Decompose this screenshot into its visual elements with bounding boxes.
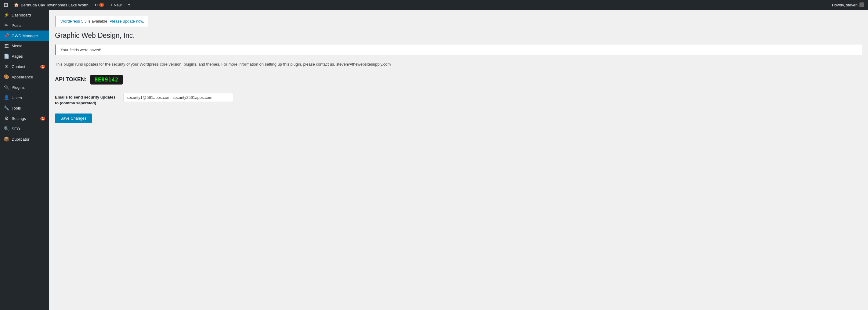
contact-badge: 1: [40, 65, 45, 69]
wp-logo-icon[interactable]: ⊞: [4, 2, 8, 8]
appearance-icon: 🎨: [4, 74, 9, 80]
sidebar-item-appearance[interactable]: 🎨 Appearance: [0, 72, 49, 82]
pages-icon: 📄: [4, 53, 9, 59]
sidebar-label-plugins: Plugins: [11, 85, 45, 90]
sidebar-item-contact[interactable]: ✉ Contact 1: [0, 61, 49, 72]
sidebar-item-posts[interactable]: ✏ Posts: [0, 20, 49, 31]
sidebar-item-plugins[interactable]: 🔌 Plugins: [0, 82, 49, 92]
api-token-label: API TOKEN:: [55, 76, 87, 83]
sidebar-item-settings[interactable]: ⚙ Settings 1: [0, 113, 49, 124]
is-available-text: is available!: [87, 19, 110, 24]
sidebar-label-tools: Tools: [11, 106, 45, 111]
email-label: Emails to send security updates to (comm…: [55, 93, 116, 106]
sidebar-item-media[interactable]: 🖼 Media: [0, 41, 49, 51]
sidebar-item-dashboard[interactable]: ⚡ Dashboard: [0, 10, 49, 20]
page-title: Graphic Web Design, Inc.: [55, 31, 862, 40]
api-token-row: API TOKEN: BER9142: [55, 75, 862, 85]
please-update-link[interactable]: Please update now: [110, 19, 143, 24]
tools-icon: 🔧: [4, 105, 9, 111]
sidebar-label-settings: Settings: [11, 116, 38, 121]
users-icon: 👤: [4, 95, 9, 100]
email-input[interactable]: [123, 93, 233, 102]
adminbar-user: Howdy, steven: [832, 2, 864, 7]
plugin-description: This plugin runs updates for the securit…: [55, 61, 862, 67]
email-form-row: Emails to send security updates to (comm…: [55, 93, 862, 106]
site-name: Bermuda Cay Townhomes Lake Worth: [21, 3, 89, 7]
sidebar-label-posts: Posts: [11, 23, 45, 28]
sidebar-label-seo: SEO: [11, 127, 45, 131]
sidebar-item-seo[interactable]: 🔍 SEO: [0, 124, 49, 134]
update-notice: WordPress 5.3 is available! Please updat…: [55, 16, 148, 27]
settings-form: Emails to send security updates to (comm…: [55, 93, 862, 106]
sidebar-label-media: Media: [11, 43, 45, 48]
wp-wrapper: ⚡ Dashboard ✏ Posts 📌 GWD Manager 🖼 Medi…: [0, 10, 868, 310]
adminbar-new-link[interactable]: + New: [107, 0, 125, 10]
settings-icon: ⚙: [4, 116, 9, 121]
adminbar-updates-link[interactable]: ↻ 1: [92, 0, 107, 10]
sidebar: ⚡ Dashboard ✏ Posts 📌 GWD Manager 🖼 Medi…: [0, 10, 49, 310]
user-avatar[interactable]: [860, 2, 864, 7]
updates-icon: ↻: [95, 3, 98, 7]
new-label: + New: [110, 3, 121, 7]
sidebar-label-appearance: Appearance: [11, 75, 45, 79]
save-changes-button[interactable]: Save Changes: [55, 114, 92, 123]
sidebar-item-tools[interactable]: 🔧 Tools: [0, 103, 49, 113]
period: .: [143, 19, 144, 24]
sidebar-item-users[interactable]: 👤 Users: [0, 92, 49, 103]
howdy-text: Howdy, steven: [832, 3, 858, 7]
sidebar-item-gwd-manager[interactable]: 📌 GWD Manager: [0, 31, 49, 41]
duplicator-icon: 📦: [4, 136, 9, 142]
posts-icon: ✏: [4, 23, 9, 28]
sidebar-item-pages[interactable]: 📄 Pages: [0, 51, 49, 61]
success-message: Your fields were saved!: [60, 48, 101, 52]
sidebar-label-contact: Contact: [11, 64, 38, 69]
gwd-manager-icon: 📌: [4, 33, 9, 38]
settings-badge: 1: [40, 117, 45, 121]
media-icon: 🖼: [4, 43, 9, 49]
sidebar-label-duplicator: Duplicator: [11, 137, 45, 142]
sidebar-label-dashboard: Dashboard: [11, 13, 45, 18]
dashboard-icon: ⚡: [4, 12, 9, 18]
api-token-value: BER9142: [90, 75, 123, 85]
admin-bar: ⊞ 🏠 Bermuda Cay Townhomes Lake Worth ↻ 1…: [0, 0, 868, 10]
sidebar-item-duplicator[interactable]: 📦 Duplicator: [0, 134, 49, 144]
adminbar-yoast-link[interactable]: Y: [125, 0, 133, 10]
home-icon: 🏠: [14, 2, 19, 7]
sidebar-label-pages: Pages: [11, 54, 45, 59]
adminbar-site-link[interactable]: 🏠 Bermuda Cay Townhomes Lake Worth: [11, 0, 92, 10]
updates-count: 1: [99, 3, 104, 7]
yoast-icon: Y: [128, 3, 130, 7]
plugins-icon: 🔌: [4, 85, 9, 90]
seo-icon: 🔍: [4, 126, 9, 131]
sidebar-label-users: Users: [11, 95, 45, 100]
success-notice: Your fields were saved!: [55, 44, 862, 55]
main-content: WordPress 5.3 is available! Please updat…: [49, 10, 868, 310]
wp-version-link[interactable]: WordPress 5.3: [60, 19, 87, 24]
sidebar-label-gwd-manager: GWD Manager: [11, 34, 45, 38]
contact-icon: ✉: [4, 64, 9, 69]
